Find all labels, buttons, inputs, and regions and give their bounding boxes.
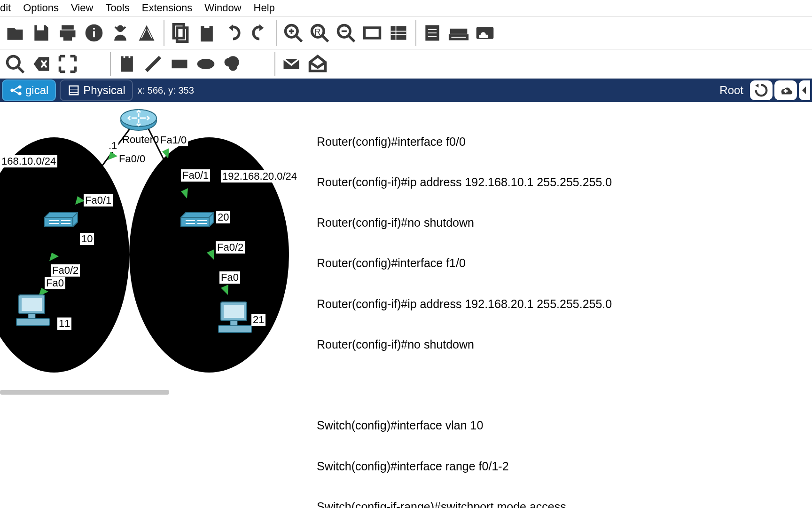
menu-extensions[interactable]: Extensions [142,2,193,14]
pc0-if: Fa0 [45,277,65,289]
inspect-icon[interactable] [2,52,28,76]
print-icon[interactable] [55,20,81,46]
note-icon[interactable] [114,52,140,76]
svg-text:R: R [314,27,320,37]
cmd-line: Router(config)#interface f0/0 [317,135,618,149]
copy-icon[interactable] [167,20,194,46]
svg-rect-19 [391,26,406,40]
switch1-label: Switch1 [175,233,211,245]
router0-label: Router0 [122,134,159,146]
workspace-canvas[interactable]: Router0 .1 Fa0/0 Fa1/0 168.10.0/24 192.1… [0,102,812,507]
svg-rect-2 [93,28,95,30]
message-closed-icon[interactable] [278,52,304,76]
viewport-icon[interactable] [359,20,385,46]
menu-help[interactable]: Help [254,2,275,14]
redo-icon[interactable] [246,20,273,46]
svg-rect-64 [28,314,35,318]
pc0-label: PC0 [22,329,42,341]
switch1-if-up: Fa0/1 [181,169,210,182]
svg-rect-66 [224,305,244,318]
main-toolbar: R [0,16,812,50]
svg-line-31 [18,67,24,73]
info-icon[interactable] [81,20,107,46]
zoom-out-icon[interactable] [333,20,359,46]
switch1-vlan: 20 [216,211,230,223]
svg-line-16 [349,36,355,42]
menu-window[interactable]: Window [204,2,241,14]
svg-rect-67 [219,325,251,333]
menu-bar: dit Options View Tools Extensions Window… [0,0,812,16]
zoom-reset-icon[interactable]: R [306,20,333,46]
svg-rect-6 [201,26,213,41]
ellipse-icon[interactable] [193,52,219,76]
svg-rect-7 [204,24,210,28]
menu-options[interactable]: Options [23,2,59,14]
svg-rect-27 [450,29,468,34]
router-if-right: Fa1/0 [159,134,188,146]
cloud-add-button[interactable] [774,80,797,100]
message-open-icon[interactable] [304,52,331,76]
zone-green[interactable] [0,137,129,373]
link-status-icon [108,151,117,160]
cmd-line: Router(config-if)#no shutdown [317,338,618,351]
open-icon[interactable] [2,20,28,46]
logical-label: gical [25,84,48,97]
svg-point-52 [121,110,156,127]
pc0-device[interactable] [14,293,54,330]
pc1-device[interactable] [216,300,256,337]
svg-line-13 [322,36,328,42]
svg-rect-18 [365,28,380,38]
switch1-if-down: Fa0/2 [216,241,245,254]
physical-tab[interactable]: Physical [60,79,133,101]
back-button[interactable] [750,80,773,100]
svg-rect-36 [129,55,131,58]
pdu-list-icon[interactable] [419,20,445,46]
switch1-device[interactable] [179,210,216,233]
menu-edit[interactable]: dit [0,2,11,14]
freeform-icon[interactable] [219,52,245,76]
switch0-label: Switch0 [39,234,75,246]
nav-button[interactable] [799,80,810,100]
undo-icon[interactable] [220,20,246,46]
menu-view[interactable]: View [71,2,93,14]
svg-point-30 [8,56,20,69]
activity-wizard-icon[interactable] [107,20,133,46]
svg-rect-4 [173,24,184,38]
cmd-line: Switch(config-if-range)#switchport mode … [317,500,618,508]
switch0-device[interactable] [42,210,80,233]
save-icon[interactable] [28,20,55,46]
toolbar-separator [414,20,416,46]
zoom-in-icon[interactable] [280,20,306,46]
cmd-line: Router(config-if)#no shutdown [317,216,618,230]
menu-tools[interactable]: Tools [105,2,129,14]
cmd-line: Router(config)#interface f1/0 [317,256,618,270]
svg-line-9 [296,36,302,42]
delete-icon[interactable] [28,52,55,76]
table-icon[interactable] [385,20,412,46]
horizontal-scrollbar[interactable] [0,390,169,395]
router-if-left: Fa0/0 [117,153,147,165]
svg-rect-28 [450,36,468,39]
wizard-icon[interactable] [133,20,160,46]
secondary-toolbar [0,50,812,79]
router0-device[interactable] [120,107,157,135]
toolbar-separator [84,52,111,76]
line-icon[interactable] [140,52,166,76]
toolbar-separator [275,20,277,46]
svg-line-37 [146,57,160,71]
svg-rect-38 [172,60,187,68]
pc1-label: PC1 [224,336,244,349]
paste-icon[interactable] [194,20,220,46]
rectangle-icon[interactable] [166,52,193,76]
switch0-if-down: Fa0/2 [51,264,80,277]
svg-point-39 [197,59,215,69]
cmd-line: Router(config-if)#ip address 192.168.20.… [317,297,618,311]
logical-tab[interactable]: gical [2,79,56,101]
root-label: Root [719,84,743,97]
resize-icon[interactable] [55,52,81,76]
cloud-icon[interactable] [472,20,498,46]
logical-icon [9,82,23,98]
switch0-vlan: 10 [80,233,94,245]
config-note[interactable]: Router(config)#interface f0/0 Router(con… [317,108,618,508]
device-icon[interactable] [445,20,472,46]
